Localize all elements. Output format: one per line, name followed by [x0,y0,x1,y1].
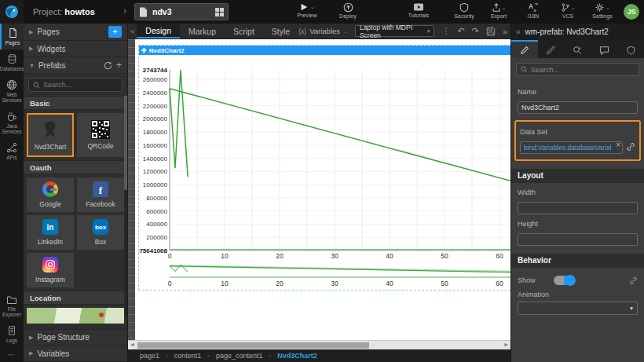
preview-label: Preview [298,13,317,18]
variables-button[interactable]: {x} Variables ⌄ [298,27,348,35]
add-page-button[interactable]: + [108,26,122,38]
nvd3chart-widget[interactable]: ✚ Nvd3Chart2 274374426000002400000220000… [138,45,510,291]
chevron-down-icon: ⌄ [310,4,315,10]
accordion-widgets[interactable]: ▶ Widgets [24,41,127,57]
refresh-icon[interactable] [104,61,112,70]
widget-selection-header[interactable]: ✚ Nvd3Chart2 [139,46,510,55]
svg-text:1600000: 1600000 [143,142,168,149]
sidebar-item-pages[interactable]: Pages [0,24,24,49]
user-avatar[interactable]: JS [624,4,639,20]
device-selector[interactable]: Laptop with MDPI Screen ▾ [355,25,435,37]
breadcrumb-page1[interactable]: page1 [140,352,159,360]
svg-text:a: a [533,8,536,13]
tile-label: QRCode [87,142,113,150]
sidebar-item-logs[interactable]: Logs [0,321,24,347]
tab-script[interactable]: Script [225,24,263,38]
dataset-field[interactable] [520,141,623,154]
vcs-button[interactable]: ⌄ VCS [554,2,581,19]
tab-events[interactable] [565,40,591,58]
sidebar-item-databases[interactable]: Databases [0,49,24,75]
height-field[interactable] [518,233,638,246]
tile-label: Instagram [35,276,65,283]
tab-markup[interactable]: Markup [180,24,225,38]
tab-messages[interactable] [591,40,617,58]
scrollbar-thumb[interactable] [124,96,127,190]
more-icon[interactable]: ⋯ [0,347,24,362]
prefab-tile-linkedin[interactable]: in LinkedIn [27,215,74,250]
properties-search[interactable] [516,63,639,76]
bind-link-icon[interactable] [626,142,635,152]
preview-button[interactable]: ⌄ Preview [294,2,320,19]
collapse-right-panel-icon[interactable]: » [516,27,521,36]
prefab-tile-qrcode[interactable]: QRCode [77,113,124,157]
prefab-tile-instagram[interactable]: Instagram [27,253,74,287]
sidebar-item-file-explorer[interactable]: File Explorer [0,291,24,321]
show-bind-link-icon[interactable] [629,276,638,285]
sidebar-item-java-services[interactable]: Java Services [0,107,24,138]
accordion-prefabs[interactable]: ▼ Prefabs + [24,57,127,74]
animation-select[interactable]: ▾ [518,302,638,315]
breadcrumb-page-content1[interactable]: page_content1 [216,352,263,360]
name-label: Name [518,88,638,96]
play-icon [299,2,309,12]
api-nodes-icon [6,142,17,153]
more-options-icon[interactable]: ⋮ [441,26,450,36]
topbar-utilities: Security ⌄ Export A a I18N [451,2,616,19]
expand-right-panel-icon[interactable]: » [503,27,507,36]
wavemaker-studio: Project: howtos › ndv3 ⌄ Preview [0,0,644,362]
prefab-tile-box[interactable]: box Box [77,215,124,250]
undo-icon[interactable]: ↶ [457,26,464,36]
deploy-button[interactable]: Deploy [335,2,361,19]
left-panel-scrollbar[interactable] [124,96,127,316]
canvas-hscrollbar[interactable]: ◄ ► [128,340,510,349]
save-icon[interactable] [486,27,496,36]
settings-button[interactable]: ⌄ Settings [589,2,616,19]
prefab-tile-google[interactable]: Google [27,177,74,212]
accordion-variables[interactable]: ▶ Variables [24,346,127,362]
show-toggle[interactable] [554,276,575,285]
tab-security[interactable] [617,40,644,58]
prefab-tile-location-partial[interactable] [27,308,124,324]
clear-binding-icon[interactable]: × [616,141,620,149]
sidebar-item-web-services[interactable]: Web Services [0,75,24,107]
svg-text:30: 30 [331,252,338,260]
prefab-tile-facebook[interactable]: f Facebook [77,177,124,212]
grid-icon[interactable] [215,8,224,16]
export-button[interactable]: ⌄ Export [485,2,512,19]
security-button[interactable]: Security [451,2,478,19]
log-document-icon [7,325,16,336]
design-canvas[interactable]: ✚ Nvd3Chart2 274374426000002400000220000… [128,39,510,340]
tab-design[interactable]: Design [137,24,180,38]
breadcrumb-nvd3chart2[interactable]: Nvd3Chart2 [277,352,317,360]
wavemaker-logo[interactable] [0,0,24,24]
chevron-down-icon: ⌄ [502,5,507,11]
globe-icon [6,79,17,90]
prefab-search-input[interactable] [43,81,118,89]
tab-styles[interactable] [538,40,565,58]
translate-icon: A a [529,2,539,13]
file-tab[interactable]: ndv3 [134,3,229,20]
tab-properties[interactable] [511,40,538,58]
sidebar-item-apis[interactable]: APIs [0,138,24,164]
tab-style[interactable]: Style [263,24,298,38]
scroll-left-icon[interactable]: ◄ [130,342,135,347]
accordion-pages[interactable]: ▶ Pages + [24,24,127,41]
breadcrumb-content1[interactable]: content1 [174,352,202,360]
name-field[interactable] [518,101,638,114]
collapse-left-panel-icon[interactable]: « [128,24,137,38]
properties-search-input[interactable] [531,66,635,74]
prefab-search[interactable] [28,78,123,92]
tutorials-button[interactable]: Tutorials [405,2,432,19]
width-field[interactable] [518,202,638,214]
redo-icon[interactable]: ↷ [472,26,479,36]
add-prefab-icon[interactable]: + [116,60,122,71]
scroll-right-icon[interactable]: ► [503,342,509,347]
i18n-button[interactable]: A a I18N [520,2,547,19]
accordion-page-structure[interactable]: ▶ Page Structure [24,329,127,346]
google-icon [42,181,58,197]
search-icon [521,66,528,73]
group-oauth: Oauth [24,160,127,174]
svg-text:2600000: 2600000 [143,76,168,83]
hscrollbar-thumb[interactable] [137,342,369,349]
prefab-tile-nvd3chart[interactable]: Nvd3Chart [27,113,74,157]
